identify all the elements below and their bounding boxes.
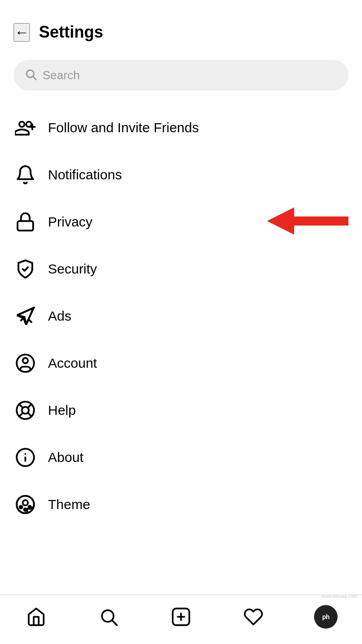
bottom-nav: ph xyxy=(0,595,362,644)
search-placeholder: Search xyxy=(43,68,80,82)
menu-item-follow[interactable]: Follow and Invite Friends xyxy=(5,104,357,151)
svg-line-15 xyxy=(19,413,23,416)
menu-label-account: Account xyxy=(48,356,97,371)
menu-item-theme[interactable]: Theme xyxy=(5,481,357,528)
lock-icon xyxy=(14,210,37,234)
watermark: www.deuaq.com xyxy=(321,593,357,599)
shield-check-icon xyxy=(14,257,37,281)
nav-likes[interactable] xyxy=(240,603,267,630)
svg-line-14 xyxy=(28,404,31,408)
menu-label-help: Help xyxy=(48,403,76,418)
search-icon xyxy=(24,68,37,82)
svg-point-20 xyxy=(23,500,28,505)
search-container: Search xyxy=(14,60,348,91)
header: ← Settings xyxy=(0,0,362,51)
megaphone-icon xyxy=(14,304,37,328)
menu-item-account[interactable]: Account xyxy=(5,340,357,387)
menu-label-theme: Theme xyxy=(48,497,90,512)
lifebuoy-icon xyxy=(14,399,37,422)
avatar: ph xyxy=(314,605,338,629)
palette-icon xyxy=(14,493,37,516)
bell-icon xyxy=(14,163,37,187)
svg-line-13 xyxy=(28,413,31,416)
person-circle-icon xyxy=(14,351,37,375)
menu-label-ads: Ads xyxy=(48,308,71,324)
menu-item-security[interactable]: Security xyxy=(5,245,357,293)
menu-item-privacy[interactable]: Privacy xyxy=(5,198,357,245)
nav-create[interactable] xyxy=(167,603,195,630)
svg-line-1 xyxy=(33,77,36,79)
svg-line-25 xyxy=(112,620,117,625)
menu-item-ads[interactable]: Ads xyxy=(5,293,357,340)
back-button[interactable]: ← xyxy=(14,23,30,42)
red-arrow-annotation xyxy=(267,205,348,239)
menu-list: Follow and Invite Friends Notifications … xyxy=(0,104,362,528)
svg-point-21 xyxy=(20,506,23,509)
menu-item-about[interactable]: About xyxy=(5,434,357,481)
svg-line-7 xyxy=(29,320,32,322)
menu-item-notifications[interactable]: Notifications xyxy=(5,151,357,198)
svg-point-9 xyxy=(23,358,28,364)
menu-label-notifications: Notifications xyxy=(48,167,122,183)
menu-item-help[interactable]: Help xyxy=(5,387,357,434)
menu-label-privacy: Privacy xyxy=(48,214,92,230)
svg-line-12 xyxy=(19,404,23,408)
svg-marker-5 xyxy=(267,207,348,235)
page-title: Settings xyxy=(39,23,103,42)
add-person-icon xyxy=(14,116,37,139)
nav-home[interactable] xyxy=(23,603,50,630)
nav-search[interactable] xyxy=(95,603,122,630)
search-bar[interactable]: Search xyxy=(14,60,348,91)
nav-profile[interactable]: ph xyxy=(312,603,339,630)
menu-label-about: About xyxy=(48,450,83,465)
menu-label-follow: Follow and Invite Friends xyxy=(48,120,199,135)
menu-label-security: Security xyxy=(48,261,97,277)
svg-rect-4 xyxy=(18,221,33,231)
info-circle-icon xyxy=(14,446,37,469)
